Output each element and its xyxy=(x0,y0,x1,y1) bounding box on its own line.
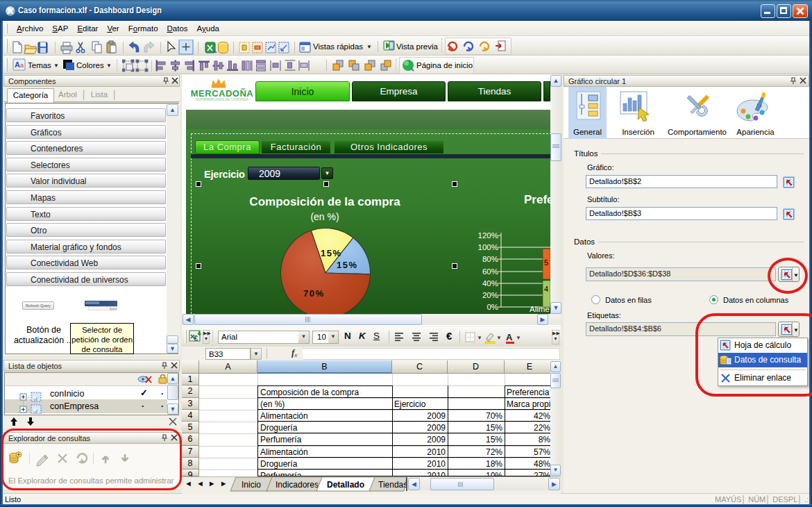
svg-text:40%: 40% xyxy=(482,279,498,288)
svg-text:Tiendas: Tiendas xyxy=(378,480,407,490)
svg-text:A: A xyxy=(15,60,20,69)
svg-text:20%: 20% xyxy=(482,291,498,299)
svg-text:Indicadores: Indicadores xyxy=(276,480,319,490)
svg-text:📊: 📊 xyxy=(33,408,38,414)
svg-text:100%: 100% xyxy=(478,243,498,251)
svg-text:120%: 120% xyxy=(478,231,498,240)
svg-text:Alime: Alime xyxy=(530,305,550,313)
svg-text:a: a xyxy=(20,62,24,69)
svg-text:📊: 📊 xyxy=(33,396,38,401)
svg-text:Detallado: Detallado xyxy=(327,480,364,490)
svg-text:Inicio: Inicio xyxy=(242,480,261,490)
svg-text:4: 4 xyxy=(544,285,548,293)
svg-text:▼: ▼ xyxy=(516,335,521,341)
svg-text:▼: ▼ xyxy=(496,335,502,341)
svg-text:80%: 80% xyxy=(482,255,498,263)
svg-text:A: A xyxy=(506,332,513,342)
svg-text:€: € xyxy=(194,334,198,342)
svg-text:5: 5 xyxy=(544,258,548,267)
svg-text:60%: 60% xyxy=(482,267,498,276)
svg-text:▼: ▼ xyxy=(477,335,482,341)
svg-text:0%: 0% xyxy=(487,303,498,311)
